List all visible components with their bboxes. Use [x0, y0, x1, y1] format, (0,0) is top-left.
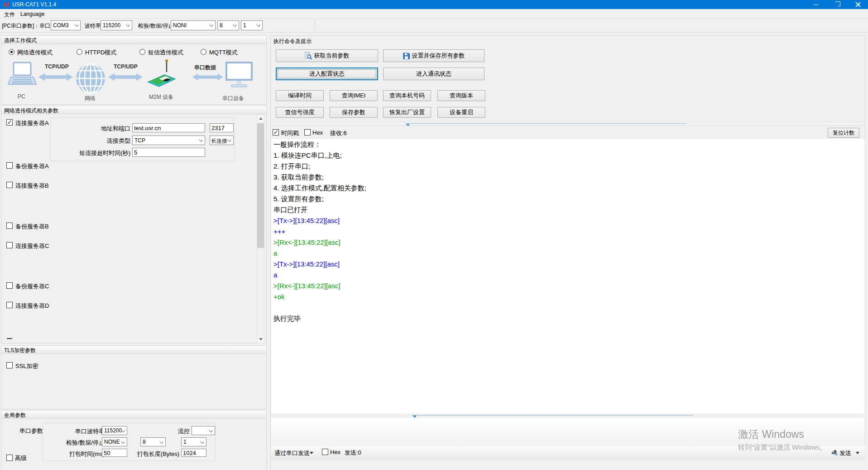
parity-select[interactable]: NONI: [171, 20, 216, 30]
log-line: +++: [271, 226, 865, 237]
server-a-port-input[interactable]: [210, 123, 234, 132]
conn-mode-select[interactable]: 长连接: [210, 136, 234, 145]
log-line: a: [271, 248, 865, 259]
globe-network-icon: [75, 63, 106, 94]
server-b-checkbox[interactable]: [6, 182, 13, 188]
save-params-button[interactable]: 保存参数: [330, 107, 378, 118]
global-databits-select[interactable]: 8: [140, 437, 166, 446]
windows-activation-watermark: 激活 Windows 转到“设置”以激活 Windows。: [738, 427, 826, 452]
databits-select[interactable]: 8: [217, 20, 239, 30]
splitter-focus: [405, 123, 686, 125]
commands-header: 执行命令及提示: [273, 38, 312, 45]
send-splitter[interactable]: [271, 414, 864, 417]
timeout-input[interactable]: [132, 148, 205, 157]
enter-comm-button[interactable]: 进入通讯状态: [383, 68, 484, 80]
restore-icon: [834, 2, 838, 6]
work-mode-header: 选择工作模式: [1, 36, 266, 44]
get-params-button[interactable]: 获取当前参数: [276, 49, 378, 62]
ssl-checkbox[interactable]: [6, 362, 13, 368]
query-signal-button[interactable]: 查信号强度: [276, 107, 324, 118]
scrollbar-thumb[interactable]: [257, 123, 264, 248]
set-save-params-button[interactable]: 设置并保存所有参数: [383, 49, 484, 62]
log-line: 1. 模块连PC串口,上电;: [271, 150, 865, 161]
chevron-down-icon: [121, 440, 125, 444]
radio-net-transparent[interactable]: [9, 49, 14, 55]
server-a-checkbox[interactable]: [6, 119, 13, 126]
restore-button[interactable]: [829, 0, 844, 9]
params-scrollbar[interactable]: [257, 114, 264, 344]
server-a-address-input[interactable]: [132, 123, 205, 132]
floppy-disk-icon: [403, 53, 410, 59]
send-button[interactable]: 发送: [839, 449, 851, 457]
send-hex-checkbox[interactable]: [322, 449, 328, 455]
baud-label: 波特率: [85, 22, 101, 30]
radio-mqtt[interactable]: [201, 49, 206, 55]
timestamp-label: 时间戳: [281, 129, 299, 137]
query-version-button[interactable]: 查询版本: [437, 90, 485, 101]
log-hex-checkbox[interactable]: [304, 129, 311, 136]
pc-label: PC: [18, 93, 25, 100]
pack-time-input[interactable]: [102, 449, 127, 457]
server-d-checkbox[interactable]: [6, 302, 13, 308]
backup-server-c-checkbox[interactable]: [6, 282, 13, 289]
com-port-select[interactable]: COM3: [51, 20, 81, 30]
serial-baud-select[interactable]: 115200: [102, 426, 127, 435]
global-stopbits-select[interactable]: 1: [181, 437, 206, 446]
enter-config-button[interactable]: 进入配置状态: [276, 68, 378, 80]
chevron-down-icon: [74, 23, 78, 27]
radio-label-mqtt: MQTT模式: [209, 48, 238, 57]
conn-type-label: 连接类型: [60, 137, 130, 145]
toolbar-separator: [315, 20, 315, 31]
close-button[interactable]: [851, 0, 866, 9]
server-a-fieldbox: 地址和端口 连接类型 TCP 长连接 短连接超时时间(秒): [50, 117, 235, 161]
m2m-device-icon: [145, 58, 178, 92]
radio-httpd[interactable]: [77, 49, 82, 55]
server-c-checkbox[interactable]: [6, 242, 13, 248]
pc-serial-label: [PC串口参数]：串口号: [2, 22, 56, 30]
baud-select[interactable]: 115200: [101, 20, 132, 30]
pc-laptop-icon: [8, 62, 37, 89]
backup-server-c-label: 备份服务器C: [15, 282, 49, 291]
tcp-udp-label-2: TCP/UDP: [114, 63, 138, 70]
m2m-label: M2M 设备: [149, 93, 173, 101]
chevron-down-icon: [209, 23, 213, 27]
backup-server-b-label: 备份服务器B: [15, 223, 49, 231]
radio-label-net: 网络透传模式: [17, 48, 53, 57]
query-imei-button[interactable]: 查询IMEI: [330, 90, 378, 101]
chevron-down-icon: [209, 428, 213, 432]
radio-sms[interactable]: [139, 49, 145, 55]
flow-control-select[interactable]: [192, 426, 215, 435]
log-line: [271, 302, 865, 313]
scroll-down-icon[interactable]: [257, 335, 264, 343]
device-restart-button[interactable]: 设备重启: [437, 107, 485, 118]
compile-time-button[interactable]: 编译时间: [276, 90, 324, 101]
dropdown-arrow-icon: [310, 452, 313, 454]
backup-server-b-checkbox[interactable]: [6, 223, 13, 229]
send-via-serial-dropdown[interactable]: 通过串口发送: [274, 449, 310, 457]
scroll-up-icon[interactable]: [257, 115, 264, 122]
backup-server-a-checkbox[interactable]: [6, 162, 13, 169]
reset-count-button[interactable]: 复位计数: [828, 128, 859, 138]
commands-section: 执行命令及提示 获取当前参数 设置并保存所有参数 进入配置状态 进入通讯状态 编…: [270, 35, 865, 470]
pack-length-input[interactable]: [181, 449, 206, 457]
short-conn-timeout-label: 短连接超时时间(秒): [60, 149, 130, 157]
arrow-icon: [108, 72, 143, 82]
conn-type-select[interactable]: TCP: [132, 136, 205, 145]
tcp-udp-label-1: TCP/UDP: [45, 63, 69, 70]
minimize-button[interactable]: [809, 0, 824, 9]
menu-file[interactable]: 文件: [4, 11, 15, 19]
serial-data-label: 串口数据: [194, 64, 216, 72]
server-b-label: 连接服务器B: [15, 182, 49, 190]
backup-server-a-label: 备份服务器A: [15, 162, 49, 170]
advanced-checkbox[interactable]: [6, 455, 13, 461]
doc-magnifier-icon: [305, 52, 312, 59]
query-number-button[interactable]: 查询本机号码: [383, 90, 431, 101]
close-icon: [855, 2, 861, 7]
timestamp-checkbox[interactable]: [273, 129, 279, 136]
global-parity-select[interactable]: NONE: [102, 437, 127, 446]
log-output[interactable]: 一般操作流程： 1. 模块连PC串口,上电; 2. 打开串口; 3. 获取当前参…: [271, 139, 865, 449]
stopbits-select[interactable]: 1: [241, 20, 263, 30]
log-splitter[interactable]: [271, 122, 864, 126]
factory-reset-button[interactable]: 恢复出厂设置: [383, 107, 431, 118]
menu-language[interactable]: Language: [20, 11, 44, 17]
